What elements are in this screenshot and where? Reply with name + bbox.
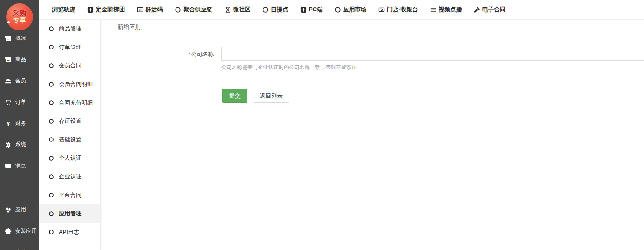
circle-icon: [335, 7, 341, 13]
topnav-item[interactable]: 微社区: [224, 6, 251, 13]
puzzle-icon: [5, 228, 12, 235]
secondary-sidebar-item-label: 存证设置: [59, 117, 81, 125]
topnav-item[interactable]: 群活码: [137, 6, 163, 13]
topnav-item[interactable]: 电子合同: [474, 6, 506, 13]
register-icon: [378, 7, 385, 13]
secondary-sidebar-item[interactable]: 个人认证: [39, 149, 100, 168]
form-actions: 提交 返回列表: [222, 89, 644, 103]
secondary-sidebar-item[interactable]: 企业认证: [39, 168, 100, 186]
radio-circle-icon: [49, 192, 54, 198]
company-name-helper-text: 公司名称需要与企业认证时的公司名称一致，否则不能添加: [221, 64, 644, 71]
circle-icon: [175, 7, 181, 13]
topnav-item[interactable]: PC端: [300, 6, 323, 13]
primary-sidebar-item[interactable]: 概况: [0, 28, 39, 49]
secondary-sidebar-item-label: 企业认证: [59, 173, 81, 181]
secondary-sidebar-item-label: 商品管理: [59, 25, 81, 33]
primary-sidebar: 采购 专享 概况 商品 会员 订单 ¥ 财务 系统 消息 应用 安装应用 统计: [0, 0, 39, 250]
secondary-sidebar-item-label: 会员合同明细: [59, 80, 93, 88]
secondary-sidebar-item[interactable]: 平台合同: [39, 186, 100, 204]
radio-circle-icon: [49, 100, 54, 105]
primary-sidebar-item-label: 商品: [15, 56, 26, 63]
required-asterisk: *: [188, 51, 190, 57]
company-name-form-row: *公司名称: [101, 47, 644, 61]
topnav-item-label: PC端: [309, 6, 323, 13]
primary-sidebar-item[interactable]: 消息: [0, 155, 39, 177]
page-title-text: 新增应用: [117, 23, 141, 31]
main-content: 新增应用 *公司名称 公司名称需要与企业认证时的公司名称一致，否则不能添加 提交…: [101, 20, 644, 250]
secondary-sidebar-item-label: 基础设置: [59, 136, 81, 144]
plus-square-icon: [300, 7, 307, 13]
group-code-icon: [137, 7, 143, 13]
box-icon: [5, 35, 12, 42]
topnav-item-label: 群活码: [146, 6, 163, 13]
primary-sidebar-item-label: 财务: [15, 120, 26, 127]
primary-sidebar-item[interactable]: 应用: [0, 199, 39, 220]
primary-sidebar-item-label: 系统: [15, 141, 26, 148]
primary-sidebar-item[interactable]: ¥ 财务: [0, 113, 39, 134]
primary-sidebar-item[interactable]: 会员: [0, 70, 39, 92]
secondary-sidebar-item[interactable]: 商品管理: [39, 20, 100, 38]
gears-icon: [5, 141, 12, 148]
topnav-item[interactable]: 自提点: [262, 6, 289, 13]
secondary-sidebar-item-label: 会员合同: [59, 62, 81, 69]
primary-sidebar-item-label: 订单: [15, 99, 26, 106]
secondary-sidebar-item[interactable]: 会员合同: [39, 56, 100, 75]
company-name-label: *公司名称: [101, 47, 214, 61]
primary-sidebar-item-label: 消息: [15, 162, 26, 170]
secondary-sidebar-item[interactable]: 订单管理: [39, 38, 100, 57]
secondary-sidebar-item[interactable]: 存证设置: [39, 112, 100, 131]
yen-icon: ¥: [5, 120, 12, 127]
topnav-item-label: 视频点播: [439, 6, 462, 13]
topnav-item[interactable]: 应用市场: [335, 6, 367, 13]
secondary-sidebar: 商品管理 订单管理 会员合同 会员合同明细 合同充值明细 存证设置 基础设置 个…: [39, 20, 101, 250]
logo-text-line2: 专享: [13, 17, 26, 24]
page-title: 新增应用: [101, 20, 644, 34]
circle-icon: [262, 7, 269, 13]
topnav-item-label: 浏览轨迹: [52, 6, 75, 13]
radio-circle-icon: [49, 174, 54, 180]
company-name-input[interactable]: [221, 47, 644, 61]
radio-circle-icon: [49, 155, 54, 161]
logo-text-line1: 采购: [13, 10, 26, 17]
submit-button[interactable]: 提交: [222, 89, 247, 103]
secondary-sidebar-item[interactable]: API日志: [39, 223, 100, 242]
primary-sidebar-item-label: 应用: [15, 206, 26, 214]
radio-circle-icon: [49, 137, 54, 142]
secondary-sidebar-item[interactable]: 合同充值明细: [39, 93, 100, 112]
primary-sidebar-item-label: 概况: [15, 35, 26, 42]
secondary-sidebar-item[interactable]: 会员合同明细: [39, 75, 100, 94]
apps-icon: [5, 207, 12, 214]
secondary-sidebar-item-label: API日志: [59, 228, 79, 236]
secondary-sidebar-item-label: 订单管理: [59, 43, 81, 51]
radio-circle-icon: [49, 26, 54, 32]
primary-sidebar-item[interactable]: 订单: [0, 92, 39, 113]
secondary-sidebar-item-label: 平台合同: [59, 191, 81, 199]
secondary-sidebar-item[interactable]: 应用管理: [39, 204, 100, 223]
secondary-sidebar-item[interactable]: 基础设置: [39, 131, 100, 149]
radio-circle-icon: [49, 229, 54, 235]
topnav-item-label: 自提点: [271, 6, 289, 13]
topnav-item[interactable]: 视频点播: [430, 6, 462, 13]
topnav-item[interactable]: 门店-收银台: [378, 6, 418, 13]
topnav-item-label: 聚合供应链: [183, 6, 213, 13]
cart-icon: [5, 99, 12, 106]
svg-text:¥: ¥: [7, 120, 10, 127]
topnav-item[interactable]: 定金阶梯团: [87, 6, 125, 13]
primary-sidebar-item-label: 安装应用: [15, 227, 37, 235]
secondary-sidebar-item-label: 应用管理: [59, 210, 81, 217]
primary-sidebar-item[interactable]: 商品: [0, 49, 39, 70]
primary-sidebar-item[interactable]: 系统: [0, 134, 39, 155]
topnav-item-label: 应用市场: [343, 6, 367, 13]
secondary-sidebar-item-label: 个人认证: [59, 154, 81, 162]
hourglass-icon: [224, 7, 231, 13]
radio-circle-icon: [49, 82, 54, 87]
primary-sidebar-item[interactable]: 安装应用: [0, 220, 39, 242]
menu-lines-icon: [430, 7, 436, 13]
primary-sidebar-item[interactable]: 统计: [0, 242, 39, 250]
store-logo[interactable]: 采购 专享: [6, 3, 33, 30]
topnav-item[interactable]: 浏览轨迹: [52, 6, 75, 13]
topnav-item[interactable]: 聚合供应链: [175, 6, 213, 13]
topnav-item-label: 微社区: [233, 6, 251, 13]
box-icon: [5, 56, 12, 63]
back-to-list-button[interactable]: 返回列表: [254, 89, 289, 103]
